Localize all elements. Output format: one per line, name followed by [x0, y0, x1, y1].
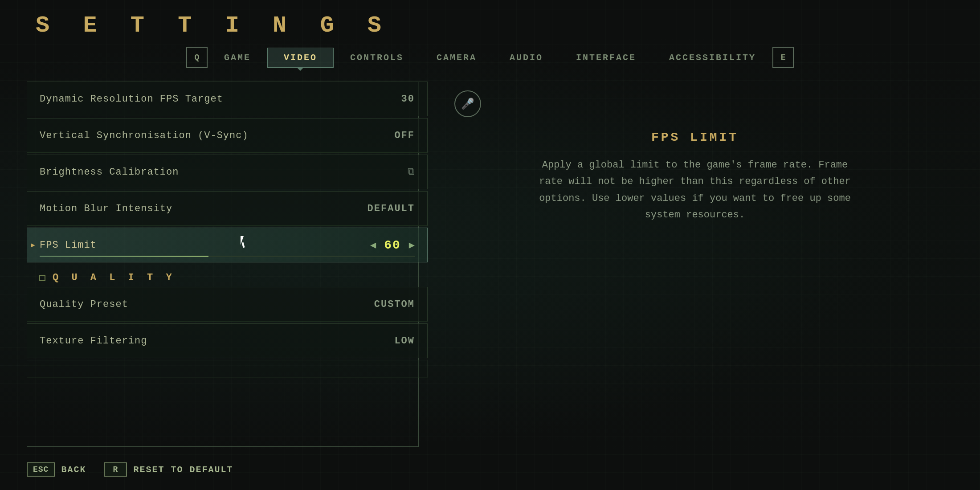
setting-row-vsync[interactable]: Vertical Synchronisation (V-Sync) OFF	[27, 118, 428, 153]
setting-row-motion-blur[interactable]: Motion Blur Intensity DEFAULT	[27, 191, 428, 226]
info-title: FPS LIMIT	[463, 131, 927, 144]
setting-row-texture-filtering[interactable]: Texture Filtering LOW	[27, 323, 428, 358]
fps-controls: ◀ 60 ▶	[370, 238, 415, 252]
settings-panel: Dynamic Resolution FPS Target 30 Vertica…	[27, 82, 428, 447]
setting-value-fps-limit: 60	[384, 238, 401, 252]
main-content: Dynamic Resolution FPS Target 30 Vertica…	[0, 82, 980, 447]
quality-section-header: Q U A L I T Y	[27, 264, 428, 287]
esc-key: ESC	[27, 462, 55, 477]
setting-value-dynamic-resolution: 30	[401, 94, 415, 105]
r-key: R	[104, 462, 127, 477]
setting-row-quality-preset[interactable]: Quality Preset CUSTOM	[27, 287, 428, 322]
external-link-icon: ⧉	[408, 166, 415, 178]
quality-section-title: Q U A L I T Y	[53, 272, 176, 283]
setting-label-fps-limit: FPS Limit	[40, 240, 97, 251]
header: S E T T I N G S	[0, 0, 980, 39]
tab-camera[interactable]: CAMERA	[420, 48, 493, 68]
setting-label-texture-filtering: Texture Filtering	[40, 335, 147, 347]
page-container: S E T T I N G S Q GAME VIDEO CONTROLS CA…	[0, 0, 980, 490]
fps-slider-track	[40, 256, 415, 257]
back-label: Back	[61, 465, 86, 475]
tab-audio[interactable]: AUDIO	[493, 48, 559, 68]
fps-slider-fill	[40, 256, 208, 257]
tab-interface[interactable]: INTERFACE	[559, 48, 653, 68]
setting-label-vsync: Vertical Synchronisation (V-Sync)	[40, 130, 249, 141]
bottom-bar: ESC Back R Reset to Default	[27, 462, 953, 477]
setting-row-brightness[interactable]: Brightness Calibration ⧉	[27, 155, 428, 189]
setting-label-dynamic-resolution: Dynamic Resolution FPS Target	[40, 94, 223, 105]
setting-row-fps-limit[interactable]: FPS Limit ◀ 60 ▶	[27, 228, 428, 262]
tab-controls[interactable]: CONTROLS	[334, 48, 420, 68]
microphone-icon: 🎤	[454, 90, 481, 117]
nav-tabs: Q GAME VIDEO CONTROLS CAMERA AUDIO INTER…	[0, 47, 980, 68]
page-title: S E T T I N G S	[36, 12, 980, 39]
setting-label-quality-preset: Quality Preset	[40, 299, 128, 310]
setting-value-texture-filtering: LOW	[394, 335, 415, 347]
setting-value-motion-blur: DEFAULT	[368, 203, 415, 214]
section-decorator	[39, 275, 45, 281]
info-description: Apply a global limit to the game's frame…	[539, 157, 851, 224]
left-bracket[interactable]: Q	[186, 47, 208, 68]
back-button[interactable]: ESC Back	[27, 462, 86, 477]
setting-value-vsync: OFF	[394, 130, 415, 141]
reset-button[interactable]: R Reset to Default	[104, 462, 233, 477]
right-bracket[interactable]: E	[772, 47, 794, 68]
fps-slider[interactable]	[40, 256, 415, 257]
setting-label-brightness: Brightness Calibration	[40, 167, 179, 178]
info-panel: 🎤 FPS LIMIT Apply a global limit to the …	[428, 82, 953, 447]
tab-game[interactable]: GAME	[208, 48, 267, 68]
fps-decrease-button[interactable]: ◀	[370, 239, 376, 251]
tab-accessibility[interactable]: ACCESSIBILITY	[653, 48, 772, 68]
reset-label: Reset to Default	[133, 465, 233, 475]
fps-increase-button[interactable]: ▶	[409, 239, 415, 251]
tab-video[interactable]: VIDEO	[267, 48, 334, 68]
setting-row-dynamic-resolution[interactable]: Dynamic Resolution FPS Target 30	[27, 82, 428, 116]
setting-label-motion-blur: Motion Blur Intensity	[40, 203, 172, 214]
setting-value-quality-preset: CUSTOM	[374, 299, 415, 310]
setting-row-partial	[27, 360, 428, 378]
